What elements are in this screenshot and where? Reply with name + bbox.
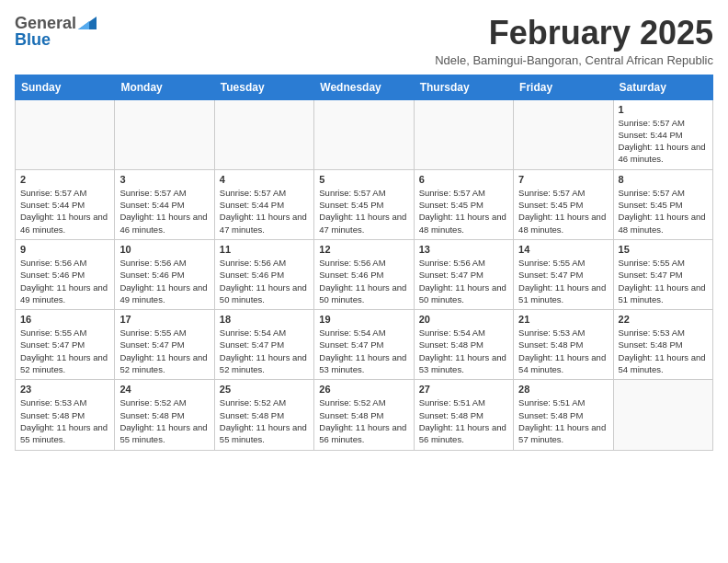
calendar-cell: 16Sunrise: 5:55 AM Sunset: 5:47 PM Dayli… bbox=[16, 310, 115, 380]
day-number: 3 bbox=[119, 174, 209, 185]
calendar-cell: 22Sunrise: 5:53 AM Sunset: 5:48 PM Dayli… bbox=[613, 310, 712, 380]
calendar-cell: 4Sunrise: 5:57 AM Sunset: 5:44 PM Daylig… bbox=[214, 169, 313, 239]
calendar-cell: 7Sunrise: 5:57 AM Sunset: 5:45 PM Daylig… bbox=[514, 169, 613, 239]
day-info: Sunrise: 5:57 AM Sunset: 5:44 PM Dayligh… bbox=[20, 187, 109, 236]
day-number: 17 bbox=[119, 314, 209, 325]
calendar-cell bbox=[214, 99, 313, 169]
calendar-cell: 24Sunrise: 5:52 AM Sunset: 5:48 PM Dayli… bbox=[115, 380, 214, 450]
day-info: Sunrise: 5:57 AM Sunset: 5:44 PM Dayligh… bbox=[619, 117, 708, 166]
calendar-cell: 13Sunrise: 5:56 AM Sunset: 5:47 PM Dayli… bbox=[414, 239, 513, 309]
logo: General Blue bbox=[15, 15, 97, 48]
day-info: Sunrise: 5:57 AM Sunset: 5:45 PM Dayligh… bbox=[518, 187, 608, 236]
calendar-cell: 21Sunrise: 5:53 AM Sunset: 5:48 PM Dayli… bbox=[514, 310, 613, 380]
calendar-cell: 2Sunrise: 5:57 AM Sunset: 5:44 PM Daylig… bbox=[16, 169, 115, 239]
calendar-week-1: 1Sunrise: 5:57 AM Sunset: 5:44 PM Daylig… bbox=[16, 99, 713, 169]
calendar-cell: 23Sunrise: 5:53 AM Sunset: 5:48 PM Dayli… bbox=[16, 380, 115, 450]
day-info: Sunrise: 5:56 AM Sunset: 5:46 PM Dayligh… bbox=[119, 257, 209, 305]
calendar-cell bbox=[613, 380, 712, 450]
calendar-cell: 28Sunrise: 5:51 AM Sunset: 5:48 PM Dayli… bbox=[514, 380, 613, 450]
day-info: Sunrise: 5:57 AM Sunset: 5:45 PM Dayligh… bbox=[619, 187, 708, 236]
day-info: Sunrise: 5:53 AM Sunset: 5:48 PM Dayligh… bbox=[518, 327, 608, 375]
day-info: Sunrise: 5:55 AM Sunset: 5:47 PM Dayligh… bbox=[619, 257, 708, 305]
day-info: Sunrise: 5:56 AM Sunset: 5:46 PM Dayligh… bbox=[319, 257, 408, 305]
day-number: 18 bbox=[220, 314, 309, 325]
day-info: Sunrise: 5:56 AM Sunset: 5:46 PM Dayligh… bbox=[220, 257, 309, 305]
day-info: Sunrise: 5:53 AM Sunset: 5:48 PM Dayligh… bbox=[619, 327, 708, 375]
day-number: 1 bbox=[619, 104, 708, 115]
calendar-week-2: 2Sunrise: 5:57 AM Sunset: 5:44 PM Daylig… bbox=[16, 169, 713, 239]
day-info: Sunrise: 5:52 AM Sunset: 5:48 PM Dayligh… bbox=[220, 396, 309, 445]
weekday-header-tuesday: Tuesday bbox=[214, 75, 313, 99]
weekday-header-monday: Monday bbox=[115, 75, 214, 99]
logo-blue: Blue bbox=[15, 31, 51, 48]
day-info: Sunrise: 5:57 AM Sunset: 5:45 PM Dayligh… bbox=[319, 187, 408, 236]
calendar-cell bbox=[414, 99, 513, 169]
weekday-header-friday: Friday bbox=[514, 75, 613, 99]
day-info: Sunrise: 5:57 AM Sunset: 5:44 PM Dayligh… bbox=[220, 187, 309, 236]
day-number: 6 bbox=[419, 174, 508, 185]
calendar-cell: 15Sunrise: 5:55 AM Sunset: 5:47 PM Dayli… bbox=[613, 239, 712, 309]
calendar-cell bbox=[115, 99, 214, 169]
calendar-cell: 3Sunrise: 5:57 AM Sunset: 5:44 PM Daylig… bbox=[115, 169, 214, 239]
day-number: 14 bbox=[518, 244, 608, 255]
day-number: 22 bbox=[619, 314, 708, 325]
day-number: 25 bbox=[220, 384, 309, 395]
location-subtitle: Ndele, Bamingui-Bangoran, Central Africa… bbox=[435, 53, 713, 67]
day-info: Sunrise: 5:55 AM Sunset: 5:47 PM Dayligh… bbox=[119, 327, 209, 375]
day-info: Sunrise: 5:51 AM Sunset: 5:48 PM Dayligh… bbox=[518, 396, 608, 445]
calendar-cell: 19Sunrise: 5:54 AM Sunset: 5:47 PM Dayli… bbox=[314, 310, 414, 380]
day-info: Sunrise: 5:57 AM Sunset: 5:44 PM Dayligh… bbox=[119, 187, 209, 236]
day-number: 5 bbox=[319, 174, 408, 185]
month-title: February 2025 bbox=[435, 15, 713, 52]
day-number: 21 bbox=[518, 314, 608, 325]
day-number: 27 bbox=[419, 384, 508, 395]
day-number: 24 bbox=[119, 384, 209, 395]
calendar-cell: 18Sunrise: 5:54 AM Sunset: 5:47 PM Dayli… bbox=[214, 310, 313, 380]
calendar-table: SundayMondayTuesdayWednesdayThursdayFrid… bbox=[15, 75, 713, 451]
weekday-header-row: SundayMondayTuesdayWednesdayThursdayFrid… bbox=[16, 75, 713, 99]
logo-icon bbox=[78, 17, 97, 29]
day-number: 19 bbox=[319, 314, 408, 325]
weekday-header-wednesday: Wednesday bbox=[314, 75, 414, 99]
day-info: Sunrise: 5:54 AM Sunset: 5:48 PM Dayligh… bbox=[419, 327, 508, 375]
day-number: 4 bbox=[220, 174, 309, 185]
day-info: Sunrise: 5:52 AM Sunset: 5:48 PM Dayligh… bbox=[119, 396, 209, 445]
day-number: 11 bbox=[220, 244, 309, 255]
calendar-cell bbox=[314, 99, 414, 169]
day-number: 20 bbox=[419, 314, 508, 325]
day-number: 23 bbox=[20, 384, 109, 395]
calendar-cell: 1Sunrise: 5:57 AM Sunset: 5:44 PM Daylig… bbox=[613, 99, 712, 169]
weekday-header-sunday: Sunday bbox=[16, 75, 115, 99]
svg-marker-1 bbox=[78, 21, 89, 29]
calendar-cell: 20Sunrise: 5:54 AM Sunset: 5:48 PM Dayli… bbox=[414, 310, 513, 380]
weekday-header-thursday: Thursday bbox=[414, 75, 513, 99]
day-number: 28 bbox=[518, 384, 608, 395]
day-info: Sunrise: 5:51 AM Sunset: 5:48 PM Dayligh… bbox=[419, 396, 508, 445]
day-info: Sunrise: 5:56 AM Sunset: 5:47 PM Dayligh… bbox=[419, 257, 508, 305]
day-info: Sunrise: 5:52 AM Sunset: 5:48 PM Dayligh… bbox=[319, 396, 408, 445]
day-info: Sunrise: 5:55 AM Sunset: 5:47 PM Dayligh… bbox=[20, 327, 109, 375]
day-number: 16 bbox=[20, 314, 109, 325]
calendar-cell: 25Sunrise: 5:52 AM Sunset: 5:48 PM Dayli… bbox=[214, 380, 313, 450]
day-number: 2 bbox=[20, 174, 109, 185]
calendar-cell: 5Sunrise: 5:57 AM Sunset: 5:45 PM Daylig… bbox=[314, 169, 414, 239]
calendar-week-5: 23Sunrise: 5:53 AM Sunset: 5:48 PM Dayli… bbox=[16, 380, 713, 450]
day-number: 9 bbox=[20, 244, 109, 255]
day-number: 10 bbox=[119, 244, 209, 255]
calendar-cell: 14Sunrise: 5:55 AM Sunset: 5:47 PM Dayli… bbox=[514, 239, 613, 309]
calendar-week-3: 9Sunrise: 5:56 AM Sunset: 5:46 PM Daylig… bbox=[16, 239, 713, 309]
calendar-week-4: 16Sunrise: 5:55 AM Sunset: 5:47 PM Dayli… bbox=[16, 310, 713, 380]
day-number: 26 bbox=[319, 384, 408, 395]
logo-general: General bbox=[15, 15, 76, 31]
day-info: Sunrise: 5:53 AM Sunset: 5:48 PM Dayligh… bbox=[20, 396, 109, 445]
day-info: Sunrise: 5:54 AM Sunset: 5:47 PM Dayligh… bbox=[220, 327, 309, 375]
day-number: 7 bbox=[518, 174, 608, 185]
day-number: 13 bbox=[419, 244, 508, 255]
calendar-cell: 27Sunrise: 5:51 AM Sunset: 5:48 PM Dayli… bbox=[414, 380, 513, 450]
calendar-cell bbox=[16, 99, 115, 169]
calendar-cell: 26Sunrise: 5:52 AM Sunset: 5:48 PM Dayli… bbox=[314, 380, 414, 450]
weekday-header-saturday: Saturday bbox=[613, 75, 712, 99]
day-info: Sunrise: 5:54 AM Sunset: 5:47 PM Dayligh… bbox=[319, 327, 408, 375]
calendar-cell: 8Sunrise: 5:57 AM Sunset: 5:45 PM Daylig… bbox=[613, 169, 712, 239]
day-number: 12 bbox=[319, 244, 408, 255]
